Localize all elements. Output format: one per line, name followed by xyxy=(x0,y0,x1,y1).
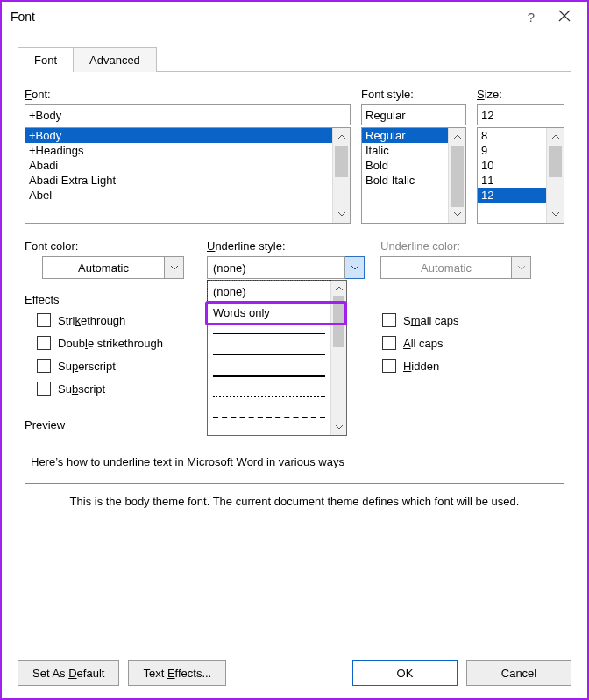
cancel-button[interactable]: Cancel xyxy=(466,660,571,686)
underline-color-select: Automatic xyxy=(380,256,547,279)
list-item[interactable]: Regular xyxy=(362,128,448,143)
font-listbox[interactable]: +Body +Headings Abadi Abadi Extra Light … xyxy=(25,127,351,224)
list-item[interactable]: Abel xyxy=(25,188,332,203)
check-small-caps[interactable]: Small caps xyxy=(382,313,459,327)
check-strikethrough[interactable]: Strikethrough xyxy=(37,313,163,327)
underline-option-words-only[interactable]: Words only xyxy=(208,302,330,323)
list-item[interactable]: Bold Italic xyxy=(362,173,448,188)
chevron-down-icon[interactable] xyxy=(345,256,365,279)
list-item[interactable]: +Body xyxy=(25,128,332,143)
check-all-caps[interactable]: All caps xyxy=(382,336,459,350)
size-label: Size: xyxy=(477,88,564,101)
underline-option-solid-thin[interactable] xyxy=(208,323,330,344)
font-style-label: Font style: xyxy=(361,88,466,101)
check-subscript[interactable]: Subscript xyxy=(37,382,163,396)
chevron-up-icon[interactable] xyxy=(449,128,465,146)
underline-color-value: Automatic xyxy=(421,261,472,275)
preview-note: This is the body theme font. The current… xyxy=(25,495,564,508)
chevron-down-icon[interactable] xyxy=(165,256,184,279)
tab-font-label: Font xyxy=(34,54,57,67)
chevron-down-icon[interactable] xyxy=(547,205,564,223)
list-item[interactable]: Italic xyxy=(362,143,448,158)
size-input[interactable] xyxy=(477,104,564,125)
underline-style-select[interactable]: (none) xyxy=(207,256,365,279)
set-default-button[interactable]: Set As Default xyxy=(18,660,119,686)
dialog-footer: Set As Default Text Effects... OK Cancel xyxy=(18,660,571,686)
tab-advanced-label: Advanced xyxy=(89,54,140,67)
scrollbar-thumb[interactable] xyxy=(335,146,348,177)
underline-style-label: Underline style: xyxy=(207,239,365,253)
underline-option-solid-thick[interactable] xyxy=(208,365,330,386)
chevron-up-icon[interactable] xyxy=(333,128,350,146)
preview-text: Here’s how to underline text in Microsof… xyxy=(31,455,344,468)
list-item[interactable]: 10 xyxy=(478,158,546,173)
ok-button[interactable]: OK xyxy=(352,660,458,686)
tab-font[interactable]: Font xyxy=(18,47,74,72)
scrollbar-thumb[interactable] xyxy=(451,146,464,207)
underline-style-value: (none) xyxy=(213,261,246,275)
check-superscript[interactable]: Superscript xyxy=(37,359,163,373)
close-button[interactable] xyxy=(547,10,582,25)
list-item[interactable]: 8 xyxy=(478,128,546,143)
window-title: Font xyxy=(7,10,35,24)
list-item[interactable]: 12 xyxy=(478,188,546,203)
size-listbox[interactable]: 8 9 10 11 12 xyxy=(477,127,564,224)
close-icon xyxy=(558,10,571,22)
underline-option-dashed[interactable] xyxy=(208,407,330,428)
underline-color-label: Underline color: xyxy=(380,239,547,253)
scrollbar[interactable] xyxy=(546,128,564,223)
underline-option-none[interactable]: (none) xyxy=(208,281,330,302)
chevron-up-icon[interactable] xyxy=(547,128,564,146)
tab-strip: Font Advanced xyxy=(18,46,571,72)
font-label: Font: xyxy=(25,88,351,101)
check-hidden[interactable]: Hidden xyxy=(382,359,459,373)
underline-option-solid-med[interactable] xyxy=(208,344,330,365)
text-effects-button[interactable]: Text Effects... xyxy=(128,660,226,686)
chevron-down-icon[interactable] xyxy=(449,205,465,223)
scrollbar[interactable] xyxy=(330,281,346,435)
scrollbar-thumb[interactable] xyxy=(549,146,562,177)
chevron-up-icon[interactable] xyxy=(331,281,346,296)
list-item[interactable]: Abadi Extra Light xyxy=(25,173,332,188)
scrollbar[interactable] xyxy=(448,128,465,223)
font-color-select[interactable]: Automatic xyxy=(42,256,191,279)
font-color-label: Font color: xyxy=(25,239,191,253)
chevron-down-icon[interactable] xyxy=(331,419,346,435)
scrollbar[interactable] xyxy=(332,128,350,223)
list-item[interactable]: +Headings xyxy=(25,143,332,158)
font-style-listbox[interactable]: Regular Italic Bold Bold Italic xyxy=(361,127,466,224)
chevron-down-icon[interactable] xyxy=(333,205,350,223)
font-style-input[interactable] xyxy=(361,104,466,125)
font-input[interactable] xyxy=(25,104,351,125)
list-item[interactable]: 11 xyxy=(478,173,546,188)
preview-box: Here’s how to underline text in Microsof… xyxy=(25,439,564,484)
tab-advanced[interactable]: Advanced xyxy=(73,47,157,72)
list-item[interactable]: Bold xyxy=(362,158,448,173)
scrollbar-thumb[interactable] xyxy=(333,296,344,347)
font-color-value: Automatic xyxy=(78,261,129,275)
underline-option-dotted[interactable] xyxy=(208,386,330,407)
title-bar: Font ? xyxy=(2,2,587,32)
help-button[interactable]: ? xyxy=(515,10,547,25)
list-item[interactable]: Abadi xyxy=(25,158,332,173)
check-double-strikethrough[interactable]: Double strikethrough xyxy=(37,336,163,350)
underline-style-dropdown[interactable]: (none) Words only xyxy=(207,280,347,436)
chevron-down-icon xyxy=(512,256,531,279)
list-item[interactable]: 9 xyxy=(478,143,546,158)
